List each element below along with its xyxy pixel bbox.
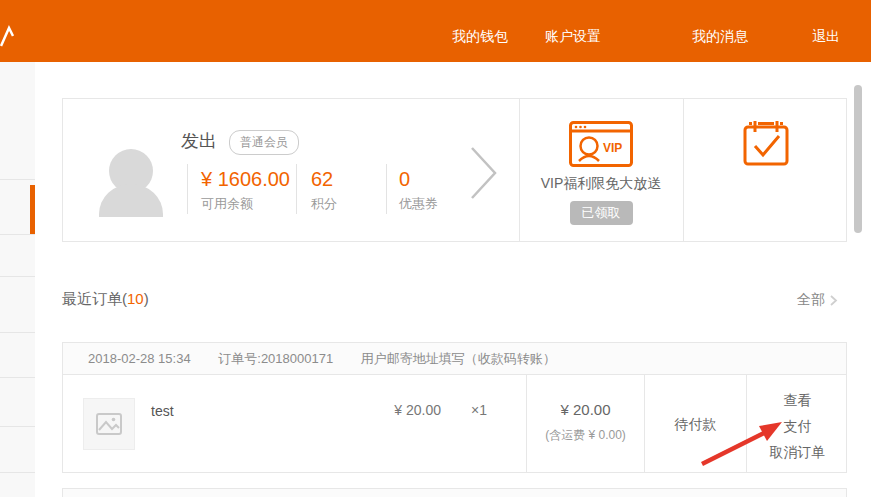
product-thumbnail[interactable] [83, 398, 135, 450]
scrollbar-thumb[interactable] [854, 85, 862, 233]
product-quantity: ×1 [471, 402, 487, 418]
user-name: 发出 [181, 129, 217, 153]
site-logo-fragment [0, 24, 14, 48]
order-header-row: 2018-02-28 15:34 订单号:2018000171 用户邮寄地址填写… [63, 343, 846, 375]
sidebar-item-1[interactable] [0, 62, 35, 180]
stat-divider [386, 164, 387, 214]
account-summary-card: 发出 普通会员 ¥ 1606.00 可用余额 62 积分 0 优惠券 [62, 98, 847, 242]
order-address-note: 用户邮寄地址填写（收款码转账） [361, 351, 556, 366]
member-level-badge: 普通会员 [229, 130, 299, 155]
avatar-torso-shape [99, 184, 163, 217]
sidebar-item-7[interactable] [0, 427, 35, 473]
nav-my-messages[interactable]: 我的消息 [692, 28, 748, 46]
balance-value: ¥ 1606.00 [201, 167, 295, 191]
signin-calendar-block[interactable] [683, 99, 848, 241]
sidebar-menu [0, 62, 35, 497]
product-name[interactable]: test [151, 403, 174, 419]
coupons-stat: 0 优惠券 [399, 167, 438, 213]
calendar-check-icon [743, 119, 789, 167]
vip-window-icon: VIP [569, 121, 633, 167]
coupons-value: 0 [399, 167, 438, 191]
stat-divider [296, 164, 297, 214]
pay-order-link[interactable]: 支付 [747, 417, 848, 435]
nav-logout[interactable]: 退出 [812, 28, 840, 46]
sidebar-item-4[interactable] [0, 277, 35, 333]
balance-stat: ¥ 1606.00 可用余额 [201, 167, 295, 213]
active-item-indicator [30, 185, 35, 234]
view-all-orders-link[interactable]: 全部 [797, 291, 838, 309]
next-order-card-partial [62, 488, 847, 497]
sidebar-item-3[interactable] [0, 235, 35, 277]
product-price: ¥ 20.00 [383, 402, 441, 418]
points-label: 积分 [311, 195, 337, 213]
order-total: ¥ 20.00 [527, 401, 644, 418]
claimed-button[interactable]: 已领取 [570, 201, 633, 225]
recent-orders-title: 最近订单(10) [62, 290, 149, 309]
account-page: 我的钱包 账户设置 我的消息 退出 发出 普通会员 ¥ 1606.00 可用余额… [0, 0, 871, 497]
coupons-label: 优惠券 [399, 195, 438, 213]
order-actions-cell: 查看 支付 取消订单 [746, 375, 848, 473]
chevron-right-small-icon [829, 294, 838, 307]
vip-promo-block: VIP VIP福利限免大放送 已领取 [519, 99, 683, 241]
avatar[interactable] [99, 149, 163, 217]
cancel-order-link[interactable]: 取消订单 [747, 443, 848, 461]
sidebar-item-2-active[interactable] [0, 180, 35, 235]
order-number: 订单号:2018000171 [218, 351, 333, 366]
order-card: 2018-02-28 15:34 订单号:2018000171 用户邮寄地址填写… [62, 342, 847, 473]
balance-label: 可用余额 [201, 195, 295, 213]
image-placeholder-icon [96, 413, 122, 435]
svg-text:VIP: VIP [603, 141, 622, 155]
view-order-link[interactable]: 查看 [747, 391, 848, 409]
order-item-row: test ¥ 20.00 ×1 ¥ 20.00 (含运费 ¥ 0.00) 待付款… [63, 375, 846, 473]
sidebar-item-8[interactable] [0, 473, 35, 497]
order-status: 待付款 [675, 416, 717, 432]
orders-count: 10 [127, 290, 144, 307]
shipping-fee-note: (含运费 ¥ 0.00) [527, 427, 644, 444]
top-navbar: 我的钱包 账户设置 我的消息 退出 [0, 0, 871, 62]
sidebar-item-6[interactable] [0, 378, 35, 427]
vip-promo-title: VIP福利限免大放送 [519, 175, 683, 193]
chevron-right-icon[interactable] [469, 145, 499, 201]
nav-my-wallet[interactable]: 我的钱包 [452, 28, 508, 46]
order-total-cell: ¥ 20.00 (含运费 ¥ 0.00) [526, 375, 644, 473]
stat-divider [187, 164, 188, 214]
sidebar-item-5[interactable] [0, 333, 35, 378]
points-value: 62 [311, 167, 337, 191]
order-status-cell: 待付款 [644, 375, 746, 473]
points-stat: 62 积分 [311, 167, 337, 213]
nav-account-settings[interactable]: 账户设置 [545, 28, 601, 46]
order-datetime: 2018-02-28 15:34 [88, 351, 191, 366]
